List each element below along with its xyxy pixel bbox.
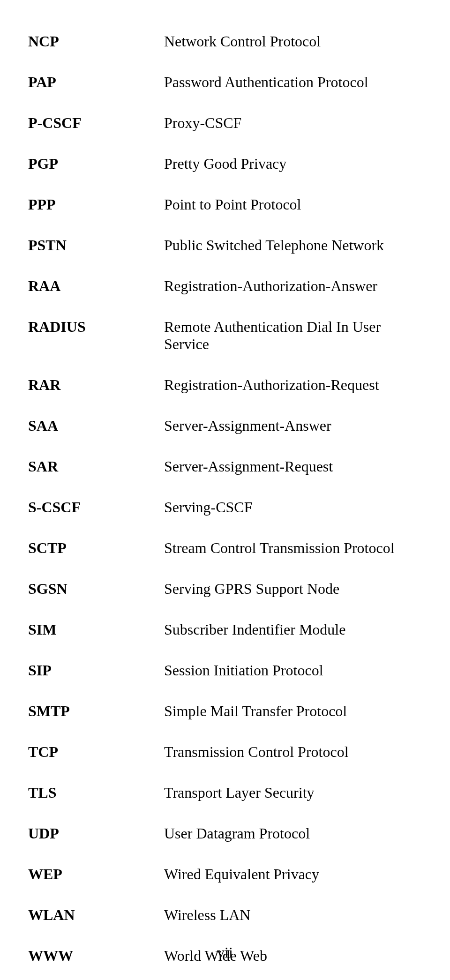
definition: Server-Assignment-Answer [164,417,422,434]
abbreviation: SAR [28,458,164,475]
abbreviation: RAA [28,277,164,295]
definition: Remote Authentication Dial In User Servi… [164,318,422,353]
glossary-row: WLAN Wireless LAN [28,906,422,924]
definition: Network Control Protocol [164,33,422,50]
definition: Transmission Control Protocol [164,743,422,761]
abbreviation: SAA [28,417,164,434]
definition: Server-Assignment-Request [164,458,422,475]
glossary-row: TCP Transmission Control Protocol [28,743,422,761]
definition: Simple Mail Transfer Protocol [164,703,422,720]
abbreviation: SIP [28,662,164,679]
glossary-row: NCP Network Control Protocol [28,33,422,50]
abbreviation: WEP [28,866,164,883]
glossary-row: P-CSCF Proxy-CSCF [28,114,422,132]
glossary-row: SGSN Serving GPRS Support Node [28,580,422,598]
abbreviation: PAP [28,74,164,91]
abbreviation: S-CSCF [28,499,164,516]
definition: Point to Point Protocol [164,196,422,213]
abbreviation: NCP [28,33,164,50]
abbreviation: UDP [28,825,164,842]
glossary-row: TLS Transport Layer Security [28,784,422,801]
abbreviation: TCP [28,743,164,761]
abbreviation: SCTP [28,539,164,557]
definition: Serving GPRS Support Node [164,580,422,598]
abbreviation: PSTN [28,237,164,254]
glossary-row: WEP Wired Equivalent Privacy [28,866,422,883]
definition: User Datagram Protocol [164,825,422,842]
abbreviation: PPP [28,196,164,213]
abbreviation: TLS [28,784,164,801]
definition: Registration-Authorization-Answer [164,277,422,295]
definition: Wired Equivalent Privacy [164,866,422,883]
glossary-list: NCP Network Control Protocol PAP Passwor… [28,9,422,980]
glossary-row: SAR Server-Assignment-Request [28,458,422,475]
glossary-row: SCTP Stream Control Transmission Protoco… [28,539,422,557]
definition: Wireless LAN [164,906,422,924]
definition: Public Switched Telephone Network [164,237,422,254]
abbreviation: PGP [28,155,164,172]
definition: Registration-Authorization-Request [164,376,422,394]
abbreviation: RAR [28,376,164,394]
glossary-row: S-CSCF Serving-CSCF [28,499,422,516]
glossary-row: RAR Registration-Authorization-Request [28,376,422,394]
definition: Stream Control Transmission Protocol [164,539,422,557]
abbreviation: SMTP [28,703,164,720]
definition: Transport Layer Security [164,784,422,801]
glossary-row: UDP User Datagram Protocol [28,825,422,842]
definition: Subscriber Indentifier Module [164,621,422,638]
abbreviation: SGSN [28,580,164,598]
definition: Proxy-CSCF [164,114,422,132]
abbreviation: P-CSCF [28,114,164,132]
glossary-row: PPP Point to Point Protocol [28,196,422,213]
page-number: vii [0,944,450,961]
abbreviation: SIM [28,621,164,638]
definition: Session Initiation Protocol [164,662,422,679]
glossary-row: SIP Session Initiation Protocol [28,662,422,679]
glossary-row: SAA Server-Assignment-Answer [28,417,422,434]
abbreviation: WLAN [28,906,164,924]
glossary-row: RADIUS Remote Authentication Dial In Use… [28,318,422,353]
abbreviation: RADIUS [28,318,164,353]
glossary-row: SIM Subscriber Indentifier Module [28,621,422,638]
definition: Serving-CSCF [164,499,422,516]
glossary-row: SMTP Simple Mail Transfer Protocol [28,703,422,720]
glossary-row: PSTN Public Switched Telephone Network [28,237,422,254]
glossary-row: PGP Pretty Good Privacy [28,155,422,172]
definition: Pretty Good Privacy [164,155,422,172]
glossary-row: RAA Registration-Authorization-Answer [28,277,422,295]
glossary-row: PAP Password Authentication Protocol [28,74,422,91]
definition: Password Authentication Protocol [164,74,422,91]
